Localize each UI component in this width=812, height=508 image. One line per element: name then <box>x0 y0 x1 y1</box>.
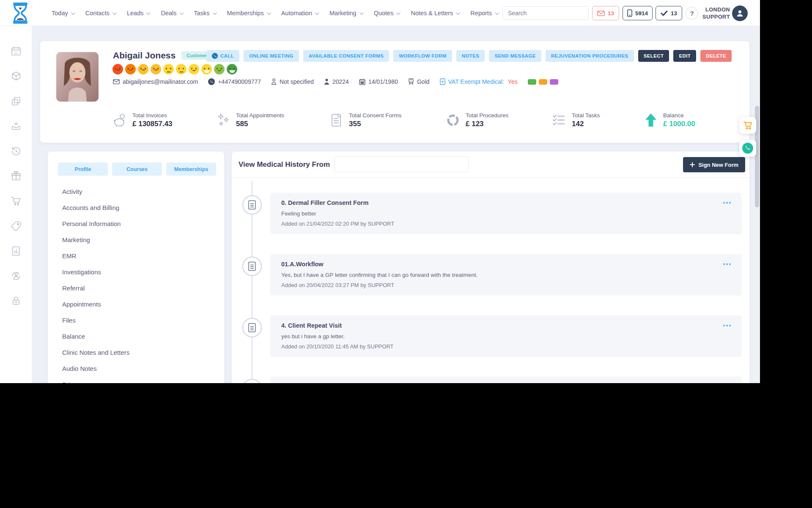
calendar-icon[interactable]: 12 <box>11 46 22 57</box>
chevron-down-icon <box>396 11 401 15</box>
search-input[interactable] <box>503 7 589 19</box>
sign-new-form-button[interactable]: Sign New Form <box>683 157 745 172</box>
menu-today[interactable]: Today <box>52 10 74 17</box>
lock-icon[interactable] <box>11 295 22 306</box>
rejuvenation-procedures-button[interactable]: REJUVENATION PROCEDURES <box>546 50 634 62</box>
help-button[interactable]: ? <box>686 7 698 19</box>
online-meeting-button[interactable]: ONLINE MEETING <box>244 50 299 62</box>
stat-total-consent-forms: Total Consent Forms355 <box>329 112 402 128</box>
menu-item-partial[interactable]: Print <box>62 377 129 383</box>
entry-body: yes but i have a gp letter. <box>281 333 731 340</box>
menu-item-marketing[interactable]: Marketing <box>62 232 129 248</box>
inbox-icon[interactable] <box>11 121 22 132</box>
cart-fab-button[interactable] <box>739 117 756 134</box>
app-logo-hourglass-icon[interactable] <box>10 2 30 24</box>
mood-emoji-3[interactable] <box>138 64 148 75</box>
mood-emoji-1[interactable] <box>112 64 123 75</box>
menu-label: Leads <box>127 10 144 17</box>
menu-item-audio-notes[interactable]: Audio Notes <box>62 361 129 377</box>
delete-button[interactable]: DELETE <box>700 50 732 62</box>
tab-courses[interactable]: Courses <box>112 163 162 176</box>
call-icon <box>212 53 218 59</box>
menu-item-balance[interactable]: Balance <box>62 329 129 345</box>
menu-item-emr[interactable]: EMR <box>62 248 129 264</box>
menu-tasks[interactable]: Tasks <box>194 10 216 17</box>
medical-history-filter-input[interactable] <box>334 156 469 172</box>
menu-item-files[interactable]: Files <box>62 312 129 329</box>
label-swatch-green <box>528 79 536 85</box>
chevron-down-icon <box>213 11 217 15</box>
avatar[interactable] <box>732 6 748 21</box>
donut-chart-icon <box>445 113 461 128</box>
calendar-small-icon <box>359 78 365 85</box>
menu-item-investigations[interactable]: Investigations <box>62 264 129 280</box>
tab-profile[interactable]: Profile <box>58 163 108 176</box>
mood-emoji-5[interactable] <box>163 64 174 75</box>
menu-automation[interactable]: Automation <box>281 10 318 17</box>
menu-item-clinic-notes-letters[interactable]: Clinic Notes and Letters <box>62 345 129 361</box>
tab-memberships[interactable]: Memberships <box>166 163 216 176</box>
phone-badge-button[interactable]: 5914 <box>623 6 653 20</box>
form-entry-icon <box>242 195 262 215</box>
entry-options-icon[interactable] <box>722 261 732 268</box>
select-button[interactable]: SELECT <box>638 50 669 62</box>
copy-icon[interactable] <box>11 96 22 107</box>
medical-history-panel: View Medical History From Sign New Form … <box>232 152 749 383</box>
dob-value: 14/01/1980 <box>368 78 398 85</box>
mood-emoji-4[interactable] <box>151 64 161 75</box>
tasks-badge-button[interactable]: 13 <box>656 6 682 20</box>
client-id: 20224 <box>324 78 349 85</box>
mail-badge-button[interactable]: 13 <box>592 6 619 20</box>
menu-contacts[interactable]: Contacts <box>85 10 115 17</box>
mood-emoji-10[interactable] <box>227 64 237 75</box>
page-scrollbar <box>754 26 760 383</box>
report-icon[interactable] <box>11 246 22 257</box>
main-menu: Today Contacts Leads Deals Tasks Members… <box>52 0 522 26</box>
menu-marketing[interactable]: Marketing <box>329 10 362 17</box>
workflow-form-button[interactable]: WORKFLOW FORM <box>393 50 452 62</box>
entry-options-icon[interactable] <box>722 322 732 329</box>
user-sync-icon[interactable] <box>11 271 22 282</box>
menu-reports[interactable]: Reports <box>470 10 498 17</box>
form-entry: 4. Client Repeat Visit yes but i have a … <box>270 315 742 357</box>
mood-emoji-9[interactable] <box>214 64 225 75</box>
edit-button[interactable]: EDIT <box>673 50 696 62</box>
form-entry-icon <box>242 257 262 276</box>
available-consent-forms-button[interactable]: AVAILABLE CONSENT FORMS <box>303 50 389 62</box>
menu-label: Notes & Letters <box>411 10 453 17</box>
history-icon[interactable] <box>11 146 22 157</box>
menu-leads[interactable]: Leads <box>127 10 150 17</box>
vat-value: Yes <box>508 78 518 85</box>
menu-quotes[interactable]: Quotes <box>374 10 400 17</box>
user-role: SUPPORT <box>701 13 730 20</box>
menu-item-accounts-billing[interactable]: Accounts and Billing <box>62 200 129 216</box>
menu-item-appointments[interactable]: Appointments <box>62 296 129 312</box>
chevron-down-icon <box>71 11 75 15</box>
tasks-count: 13 <box>671 10 677 17</box>
mood-emoji-7[interactable] <box>189 64 199 75</box>
package-icon[interactable] <box>11 71 22 82</box>
menu-item-referral[interactable]: Referral <box>62 280 129 296</box>
notes-button[interactable]: NOTES <box>456 50 485 62</box>
send-message-button[interactable]: SEND MESSAGE <box>489 50 541 62</box>
arrow-up-icon <box>644 113 658 128</box>
client-email: abigailjones@mailinator.com <box>113 78 198 85</box>
mood-emoji-8[interactable] <box>201 64 212 75</box>
mood-emoji-2[interactable] <box>125 64 136 75</box>
chevron-down-icon <box>112 11 117 15</box>
entry-options-icon[interactable] <box>722 199 732 206</box>
menu-item-personal-information[interactable]: Personal Information <box>62 216 129 232</box>
price-tag-icon[interactable] <box>11 221 22 232</box>
menu-memberships[interactable]: Memberships <box>227 10 270 17</box>
call-label: CALL <box>220 53 234 58</box>
menu-item-activity[interactable]: Activity <box>62 184 129 200</box>
call-button[interactable]: CALL <box>206 50 239 62</box>
gift-icon[interactable] <box>11 171 22 182</box>
menu-notes-letters[interactable]: Notes & Letters <box>411 10 459 17</box>
call-fab-button[interactable] <box>739 140 756 157</box>
mood-emoji-6[interactable] <box>176 64 187 75</box>
envelope-icon <box>113 79 120 84</box>
cart-icon[interactable] <box>11 196 22 207</box>
menu-deals[interactable]: Deals <box>161 10 182 17</box>
checklist-icon <box>551 113 567 128</box>
